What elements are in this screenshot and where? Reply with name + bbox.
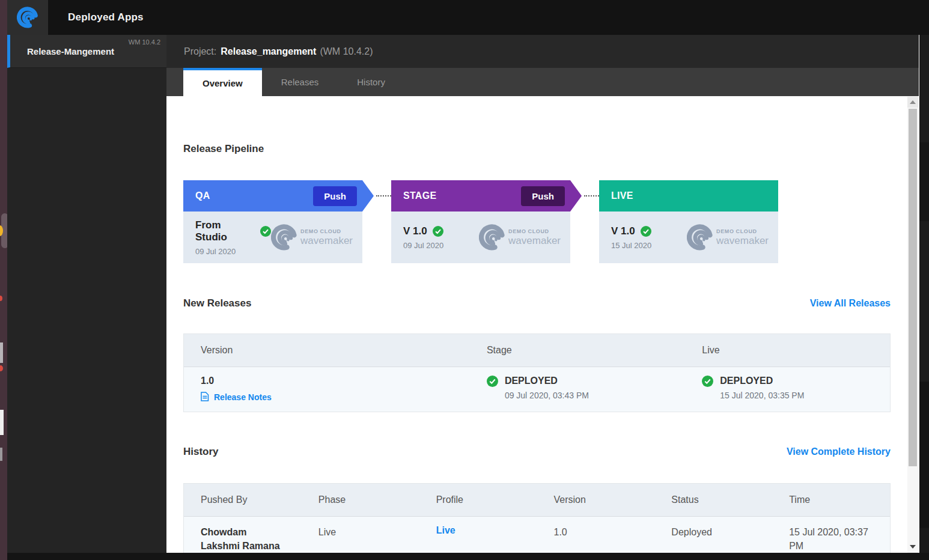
background-window-strip (919, 35, 929, 553)
os-dock-strip (0, 0, 7, 560)
brand-line1: DEMO CLOUD (508, 228, 561, 234)
table-row: 1.0 Release Notes DEPLOYED 09 Jul 2020, … (184, 367, 890, 412)
document-icon (201, 392, 209, 402)
demo-cloud-brand: DEMO CLOUD wavemaker (271, 224, 353, 251)
success-check-icon (260, 226, 271, 237)
history-pushed-by: Chowdam Lakshmi Ramana (184, 525, 302, 553)
project-version: (WM 10.4.2) (320, 46, 373, 57)
white-app-icon[interactable] (0, 410, 4, 435)
project-name: Release_mangement (221, 46, 316, 57)
pipeline-connector-line (584, 195, 599, 196)
stage-deploy-status: DEPLOYED (505, 376, 589, 386)
column-header-pushed-by: Pushed By (184, 495, 302, 505)
demo-cloud-brand: DEMO CLOUD wavemaker (687, 224, 769, 251)
pipeline-connector-line (376, 195, 391, 196)
overview-content: Release Pipeline QA Push From Studio (166, 96, 919, 553)
live-deploy-time: 15 Jul 2020, 03:35 PM (720, 391, 804, 400)
vertical-scrollbar (907, 97, 918, 553)
project-label: Project: (184, 46, 216, 57)
stage-arrow-icon (362, 180, 374, 212)
live-deploy-status: DEPLOYED (720, 376, 804, 386)
stage-name: LIVE (611, 190, 773, 201)
stage-date: 09 Jul 2020 (195, 247, 271, 256)
brand-line2: wavemaker (716, 235, 769, 247)
stage-arrow-icon (570, 180, 582, 212)
success-check-icon (433, 226, 443, 237)
push-button-qa[interactable]: Push (313, 186, 357, 206)
stage-name: STAGE (403, 190, 521, 201)
demo-cloud-brand: DEMO CLOUD wavemaker (479, 224, 561, 251)
column-header-live: Live (685, 345, 890, 356)
view-complete-history-link[interactable]: View Complete History (787, 446, 891, 457)
success-check-icon (702, 376, 713, 387)
wavemaker-wave-icon (687, 224, 713, 251)
screen: Deployed Apps Release-Mangement WM 10.4.… (0, 0, 929, 560)
stage-date: 15 Jul 2020 (611, 241, 651, 250)
wavemaker-wave-icon (479, 224, 505, 251)
brand-line2: wavemaker (508, 235, 561, 247)
view-all-releases-link[interactable]: View All Releases (810, 298, 891, 309)
stage-card-qa: QA Push From Studio 09 Jul 2020 (183, 180, 362, 263)
push-button-stage[interactable]: Push (521, 186, 565, 206)
project-header: Project: Release_mangement (WM 10.4.2) (166, 35, 919, 68)
stage-card-live: LIVE V 1.0 15 Jul 2020 (599, 180, 778, 263)
new-releases-title: New Releases (183, 297, 251, 309)
sidebar: Release-Mangement WM 10.4.2 (7, 35, 166, 553)
release-version: 1.0 (201, 376, 470, 386)
history-title: History (183, 446, 219, 458)
success-check-icon (487, 376, 498, 387)
brand-line2: wavemaker (300, 235, 353, 247)
release-notes-link[interactable]: Release Notes (201, 392, 470, 402)
stage-deploy-time: 09 Jul 2020, 03:43 PM (505, 391, 589, 400)
stage-date: 09 Jul 2020 (403, 241, 443, 250)
history-time: 15 Jul 2020, 03:37 PM (772, 525, 890, 553)
wavemaker-logo-button[interactable] (7, 0, 48, 35)
table-header-row: Version Stage Live (184, 334, 890, 367)
main-panel: Project: Release_mangement (WM 10.4.2) O… (166, 35, 919, 553)
column-header-version: Version (537, 495, 654, 505)
sidebar-item-label: Release-Mangement (27, 35, 114, 68)
stage-version: From Studio (195, 219, 255, 243)
tab-bar: Overview Releases History (166, 68, 919, 96)
scroll-down-arrow[interactable] (907, 542, 918, 552)
column-header-phase: Phase (302, 495, 419, 505)
stage-version: V 1.0 (403, 225, 427, 237)
gray-app-icon[interactable] (0, 342, 3, 363)
history-status: Deployed (654, 525, 772, 553)
column-header-time: Time (772, 495, 890, 505)
wavemaker-wave-icon (17, 7, 38, 28)
notification-dot-icon (0, 296, 2, 301)
stage-card-stage: STAGE Push V 1.0 09 Jul 2020 (391, 180, 570, 263)
notification-dot-icon (0, 365, 3, 371)
gray-app-icon[interactable] (0, 448, 2, 461)
bottom-taskbar (7, 553, 929, 560)
tab-history[interactable]: History (338, 68, 404, 96)
stage-name: QA (195, 190, 313, 201)
table-header-row: Pushed By Phase Profile Version Status T… (184, 484, 890, 517)
top-bar: Deployed Apps (7, 0, 929, 35)
release-pipeline: QA Push From Studio 09 Jul 2020 (183, 180, 891, 263)
column-header-status: Status (654, 495, 772, 505)
table-row: Chowdam Lakshmi Ramana Live Live 1.0 Dep… (184, 517, 890, 553)
column-header-stage: Stage (470, 345, 685, 356)
release-pipeline-title: Release Pipeline (183, 96, 891, 155)
new-releases-table: Version Stage Live 1.0 Release Notes (183, 333, 891, 412)
sidebar-item-release-mangement[interactable]: Release-Mangement WM 10.4.2 (7, 35, 166, 68)
success-check-icon (641, 226, 651, 237)
tab-releases[interactable]: Releases (262, 68, 338, 96)
brand-line1: DEMO CLOUD (300, 228, 353, 234)
wavemaker-wave-icon (271, 224, 297, 251)
history-version: 1.0 (537, 525, 654, 553)
page-title: Deployed Apps (68, 0, 144, 35)
stage-version: V 1.0 (611, 225, 635, 237)
column-header-version: Version (184, 345, 470, 356)
brand-line1: DEMO CLOUD (716, 228, 769, 234)
tab-overview[interactable]: Overview (183, 68, 262, 96)
column-header-profile: Profile (419, 495, 537, 505)
sidebar-item-version-badge: WM 10.4.2 (129, 38, 160, 46)
scroll-up-arrow[interactable] (907, 97, 918, 108)
history-phase: Live (302, 525, 419, 553)
history-profile-link[interactable]: Live (436, 525, 455, 535)
scrollbar-thumb[interactable] (909, 109, 917, 466)
history-table: Pushed By Phase Profile Version Status T… (183, 483, 891, 553)
